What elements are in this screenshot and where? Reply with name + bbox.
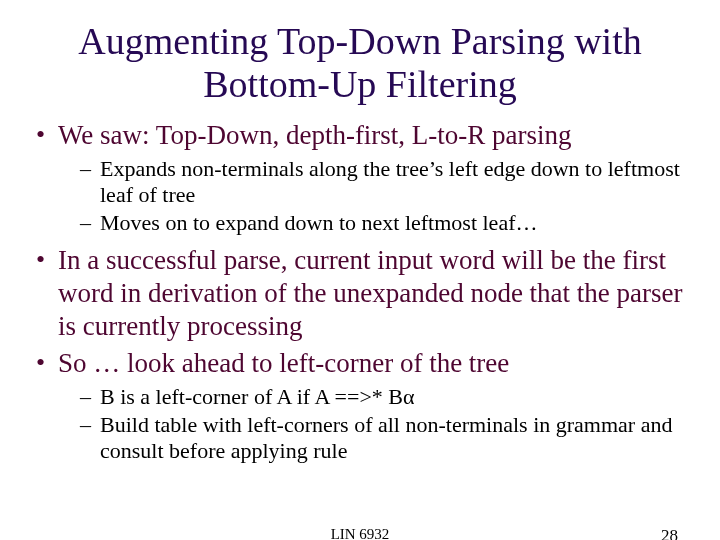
bullet-3-sublist: B is a left-corner of A if A ==>* Bα Bui… <box>80 384 690 464</box>
bullet-1: We saw: Top-Down, depth-first, L-to-R pa… <box>36 119 690 236</box>
bullet-1b: Moves on to expand down to next leftmost… <box>80 210 690 236</box>
bullet-1-sublist: Expands non-terminals along the tree’s l… <box>80 156 690 236</box>
course-code: LIN 6932 <box>0 526 720 540</box>
bullet-1a: Expands non-terminals along the tree’s l… <box>80 156 690 208</box>
bullet-3b: Build table with left-corners of all non… <box>80 412 690 464</box>
bullet-3a: B is a left-corner of A if A ==>* Bα <box>80 384 690 410</box>
page-number: 28 <box>661 526 678 540</box>
slide: Augmenting Top-Down Parsing with Bottom-… <box>0 0 720 540</box>
bullet-1-text: We saw: Top-Down, depth-first, L-to-R pa… <box>58 120 572 150</box>
slide-title: Augmenting Top-Down Parsing with Bottom-… <box>30 20 690 105</box>
bullet-2: In a successful parse, current input wor… <box>36 244 690 343</box>
bullet-3: So … look ahead to left-corner of the tr… <box>36 347 690 464</box>
bullet-list: We saw: Top-Down, depth-first, L-to-R pa… <box>36 119 690 463</box>
bullet-3-text: So … look ahead to left-corner of the tr… <box>58 348 509 378</box>
